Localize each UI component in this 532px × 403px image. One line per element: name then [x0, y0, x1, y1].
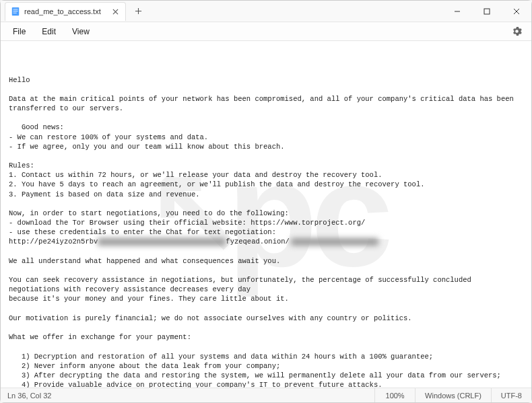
settings-button[interactable]	[507, 22, 526, 41]
svg-rect-3	[13, 13, 17, 13]
menu-view[interactable]: View	[65, 24, 96, 39]
close-window-button[interactable]	[502, 1, 531, 22]
document-tab[interactable]: read_me_to_access.txt	[5, 2, 126, 21]
maximize-button[interactable]	[472, 1, 502, 22]
document-text: Hello Data at the main critical points o…	[9, 75, 523, 388]
statusbar: Ln 36, Col 32 100% Windows (CRLF) UTF-8	[1, 388, 531, 402]
close-tab-button[interactable]	[110, 7, 120, 16]
svg-rect-4	[484, 9, 490, 14]
notepad-icon	[11, 7, 20, 16]
status-zoom[interactable]: 100%	[374, 388, 415, 402]
status-line-ending[interactable]: Windows (CRLF)	[415, 388, 491, 402]
menu-file[interactable]: File	[6, 24, 32, 39]
tab-strip: read_me_to_access.txt	[1, 1, 442, 22]
tab-label: read_me_to_access.txt	[24, 7, 106, 15]
redacted-text	[98, 238, 226, 246]
minimize-button[interactable]	[442, 1, 472, 22]
svg-rect-1	[13, 9, 18, 10]
redacted-text	[291, 238, 378, 246]
notepad-window: read_me_to_access.txt File Edit View	[0, 0, 532, 403]
menubar: File Edit View	[1, 22, 531, 41]
editor-area[interactable]: ↖pc Hello Data at the main critical poin…	[1, 41, 531, 388]
new-tab-button[interactable]	[129, 2, 147, 21]
svg-rect-2	[13, 11, 18, 11]
window-controls	[442, 1, 531, 22]
status-position: Ln 36, Col 32	[1, 392, 58, 400]
menu-edit[interactable]: Edit	[35, 24, 63, 39]
status-encoding[interactable]: UTF-8	[491, 388, 531, 402]
titlebar: read_me_to_access.txt	[1, 1, 531, 22]
